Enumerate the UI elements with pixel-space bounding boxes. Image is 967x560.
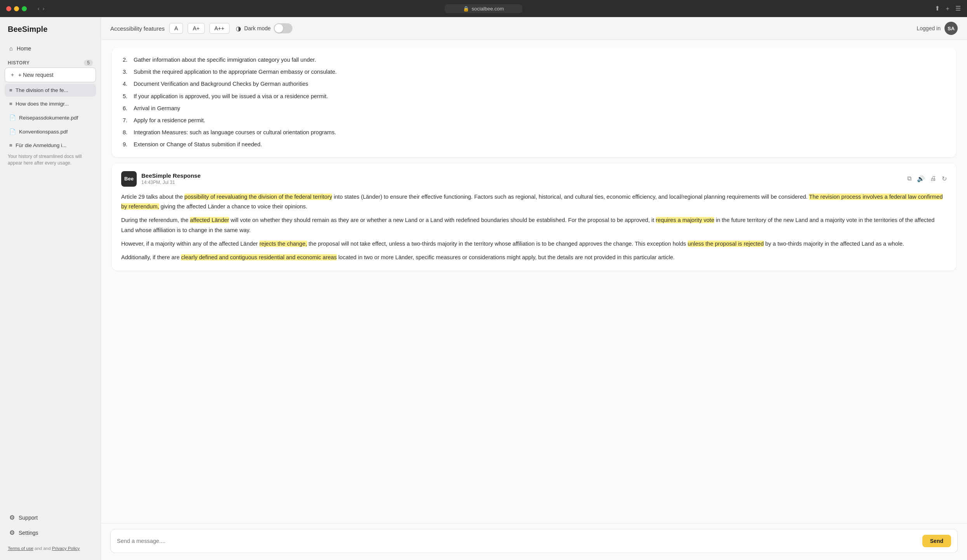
user-avatar[interactable]: SA	[944, 22, 958, 35]
list-item-text: Gather information about the specific im…	[134, 55, 316, 64]
history-item-label: The division of the fe...	[16, 87, 68, 93]
history-item-immigration[interactable]: ≡ How does the immigr...	[5, 97, 96, 110]
back-button[interactable]: ‹	[38, 5, 40, 12]
history-label: HISTORY	[8, 60, 30, 66]
send-button[interactable]: Send	[922, 535, 951, 547]
dark-mode-slider[interactable]	[274, 23, 292, 33]
dark-mode-toggle[interactable]: ◑ Dark mode	[236, 23, 292, 33]
list-message-card: 2. Gather information about the specific…	[112, 48, 956, 157]
sidebar-item-home-label: Home	[17, 45, 31, 52]
copy-button[interactable]: ⧉	[907, 175, 911, 182]
numbered-list: 2. Gather information about the specific…	[121, 55, 947, 149]
app-container: BeeSimple ⌂ Home HISTORY 5 ＋ + New reque…	[0, 17, 967, 560]
history-list: ≡ The division of the fe... ≡ How does t…	[0, 84, 101, 152]
highlight-4: requires a majority vote	[656, 217, 715, 223]
sidebar: BeeSimple ⌂ Home HISTORY 5 ＋ + New reque…	[0, 17, 101, 560]
list-number: 2.	[123, 55, 130, 64]
history-item-reisepass[interactable]: 📄 Reisepassdokumente.pdf	[5, 111, 96, 124]
response-paragraph-3: However, if a majority within any of the…	[121, 239, 947, 249]
response-text: Article 29 talks about the possibility o…	[121, 192, 947, 263]
list-item-text: Document Verification and Background Che…	[134, 80, 308, 88]
list-item: 7. Apply for a residence permit.	[123, 116, 947, 125]
home-icon: ⌂	[9, 45, 13, 52]
sidebar-item-support[interactable]: ⚙ Support	[5, 510, 96, 525]
minimize-button[interactable]	[14, 6, 19, 11]
dark-mode-icon: ◑	[236, 25, 241, 32]
highlight-1: possibility of reevaluating the division…	[184, 194, 332, 200]
sidebar-nav: ⌂ Home	[0, 42, 101, 55]
history-item-label: How does the immigr...	[16, 101, 69, 107]
main-content: Accessibility features A A+ A++ ◑ Dark m…	[101, 17, 967, 560]
list-number: 7.	[123, 116, 130, 125]
traffic-lights	[6, 6, 27, 11]
window-chrome: ‹ › 🔒 socialbee.com ⬆ ＋ ☰	[0, 0, 967, 17]
list-item: 2. Gather information about the specific…	[123, 55, 947, 64]
doc-icon: ≡	[9, 142, 12, 148]
list-item-text: Arrival in Germany	[134, 104, 180, 113]
history-item-konventions[interactable]: 📄 Konventionspass.pdf	[5, 125, 96, 138]
bee-response-card: Bee BeeSimple Response 14:43PM, Jul 31 ⧉…	[112, 163, 956, 270]
history-item-label: Für die Anmeldung i...	[16, 142, 66, 148]
response-paragraph-4: Additionally, if there are clearly defin…	[121, 253, 947, 262]
doc-icon: ≡	[9, 101, 12, 107]
chat-area: 2. Gather information about the specific…	[101, 40, 967, 523]
browser-controls: ⬆ ＋ ☰	[935, 5, 961, 13]
message-input-container: Send	[110, 529, 958, 553]
font-size-a-plus-button[interactable]: A+	[188, 23, 205, 34]
sidebar-footer: ⚙ Support ⚙ Settings	[0, 507, 101, 543]
address-bar[interactable]: 🔒 socialbee.com	[445, 4, 522, 13]
font-size-a-plus-plus-button[interactable]: A++	[209, 23, 230, 34]
list-item-text: Integration Measures: such as language c…	[134, 128, 336, 137]
new-request-label: + New request	[18, 72, 54, 78]
settings-label: Settings	[19, 530, 38, 536]
response-paragraph-1: Article 29 talks about the possibility o…	[121, 192, 947, 212]
list-item-text: Extension or Change of Status submition …	[134, 140, 262, 149]
list-item-text: Apply for a residence permit.	[134, 116, 205, 125]
menu-icon[interactable]: ☰	[955, 5, 961, 13]
response-paragraph-2: During the referendum, the affected Länd…	[121, 215, 947, 235]
accessibility-label: Accessibility features	[110, 25, 165, 32]
highlight-3: affected Länder	[190, 217, 229, 223]
share-icon[interactable]: ⬆	[935, 5, 940, 13]
speaker-button[interactable]: 🔊	[917, 175, 925, 182]
sidebar-item-home[interactable]: ⌂ Home	[5, 42, 96, 55]
bee-response-header: Bee BeeSimple Response 14:43PM, Jul 31 ⧉…	[121, 171, 947, 187]
refresh-button[interactable]: ↻	[942, 175, 947, 182]
history-item-division[interactable]: ≡ The division of the fe...	[5, 84, 96, 97]
list-item: 8. Integration Measures: such as languag…	[123, 128, 947, 137]
highlight-5: rejects the change,	[259, 241, 307, 247]
print-button[interactable]: 🖨	[930, 175, 936, 182]
privacy-link[interactable]: Privacy Policy	[52, 546, 80, 551]
message-input[interactable]	[117, 538, 922, 544]
history-item-label: Reisepassdokumente.pdf	[19, 115, 78, 121]
history-section-header: HISTORY 5	[0, 55, 101, 68]
support-label: Support	[19, 515, 38, 521]
list-item: 4. Document Verification and Background …	[123, 80, 947, 88]
close-button[interactable]	[6, 6, 11, 11]
list-number: 9.	[123, 140, 130, 149]
list-item: 9. Extension or Change of Status submiti…	[123, 140, 947, 149]
bee-response-title: BeeSimple Response	[141, 172, 201, 179]
maximize-button[interactable]	[22, 6, 27, 11]
highlight-6: unless the proposal is rejected	[688, 241, 764, 247]
add-tab-icon[interactable]: ＋	[944, 5, 951, 13]
history-item-anmeldung[interactable]: ≡ Für die Anmeldung i...	[5, 139, 96, 152]
terms-link[interactable]: Terms of use	[8, 546, 33, 551]
bee-timestamp: 14:43PM, Jul 31	[141, 180, 201, 185]
list-number: 5.	[123, 92, 130, 101]
dark-mode-label: Dark mode	[244, 25, 271, 31]
sidebar-item-settings[interactable]: ⚙ Settings	[5, 525, 96, 540]
forward-button[interactable]: ›	[43, 5, 45, 12]
doc-icon: ≡	[9, 87, 12, 93]
file-icon: 📄	[9, 128, 16, 135]
bee-meta: BeeSimple Response 14:43PM, Jul 31	[141, 172, 201, 185]
new-request-button[interactable]: ＋ + New request	[5, 68, 96, 82]
lock-icon: 🔒	[463, 6, 469, 12]
support-icon: ⚙	[9, 514, 15, 521]
list-item: 5. If your application is approved, you …	[123, 92, 947, 101]
app-logo: BeeSimple	[0, 25, 101, 42]
font-size-a-button[interactable]: A	[169, 23, 183, 34]
list-item-text: Submit the required application to the a…	[134, 68, 337, 76]
file-icon: 📄	[9, 114, 16, 121]
list-number: 6.	[123, 104, 130, 113]
